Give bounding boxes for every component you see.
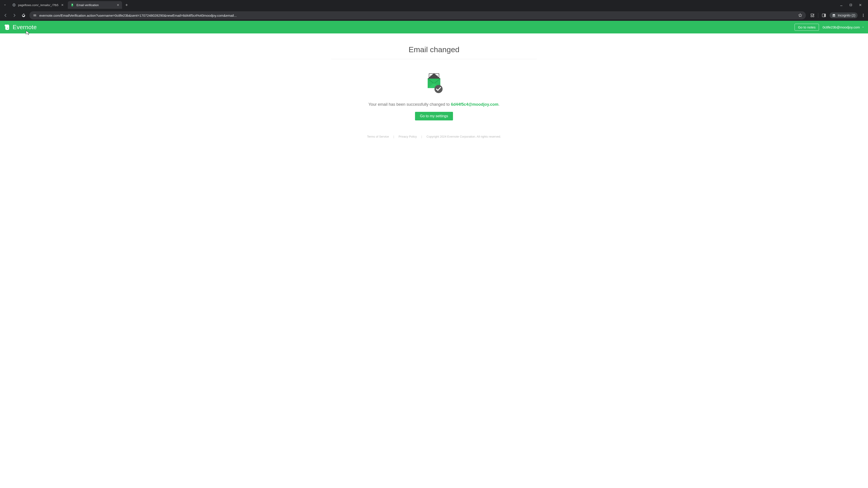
svg-rect-4 (824, 14, 826, 17)
reload-icon (21, 13, 26, 18)
chrome-menu-button[interactable] (861, 13, 866, 18)
extensions-button[interactable] (810, 13, 815, 18)
site-settings-icon[interactable] (33, 13, 37, 18)
incognito-indicator[interactable]: Incognito (2) (830, 12, 858, 18)
privacy-policy-link[interactable]: Privacy Policy (399, 135, 417, 138)
chevron-down-icon (3, 3, 6, 6)
side-panel-icon (822, 13, 826, 18)
tab-title: Email verification (76, 3, 114, 7)
elephant-icon (4, 24, 10, 31)
maximize-button[interactable] (848, 3, 853, 7)
side-panel-button[interactable] (822, 13, 827, 18)
page-body: Email changed Your email has (0, 33, 868, 488)
evernote-header: Evernote Go to notes 0c8fe23b@moodjoy.co… (0, 21, 868, 33)
account-email: 0c8fe23b@moodjoy.com (823, 25, 860, 29)
browser-chrome: pageflows.com/_/emails/_/7fb5 Email veri… (0, 0, 868, 21)
globe-icon (12, 3, 16, 7)
chevron-down-icon (862, 26, 864, 29)
window-controls (839, 3, 866, 7)
maximize-icon (849, 3, 852, 6)
browser-toolbar: evernote.com/EmailVerification.action?us… (0, 10, 868, 21)
kebab-icon (861, 13, 865, 18)
page-title: Email changed (331, 40, 537, 59)
email-checked-icon (423, 70, 445, 95)
tab-search-dropdown[interactable] (2, 2, 8, 8)
brand-name: Evernote (13, 24, 37, 31)
bookmark-button[interactable] (798, 13, 803, 18)
message-suffix: . (498, 102, 500, 107)
success-message: Your email has been successfully changed… (331, 102, 537, 107)
puzzle-icon (810, 13, 815, 18)
new-email: 6d44f5c4@moodjoy.com (451, 102, 498, 107)
divider: | (393, 135, 394, 138)
evernote-logo[interactable]: Evernote (4, 24, 37, 31)
minimize-icon (840, 3, 843, 6)
arrow-left-icon (3, 13, 8, 18)
reload-button[interactable] (20, 12, 27, 19)
browser-tab-inactive[interactable]: pageflows.com/_/emails/_/7fb5 (9, 1, 66, 9)
plus-icon (125, 3, 128, 6)
go-to-my-settings-button[interactable]: Go to my settings (415, 112, 453, 121)
url-text: evernote.com/EmailVerification.action?us… (39, 13, 796, 18)
address-bar[interactable]: evernote.com/EmailVerification.action?us… (29, 11, 806, 20)
svg-point-9 (863, 16, 864, 17)
incognito-icon (832, 13, 836, 18)
tab-title: pageflows.com/_/emails/_/7fb5 (18, 3, 58, 7)
terms-of-service-link[interactable]: Terms of Service (367, 135, 389, 138)
forward-button[interactable] (11, 12, 18, 19)
divider: | (421, 135, 422, 138)
close-icon[interactable] (116, 3, 120, 7)
svg-point-6 (834, 16, 835, 17)
account-menu[interactable]: 0c8fe23b@moodjoy.com (823, 25, 864, 29)
illustration (331, 59, 537, 102)
close-icon[interactable] (61, 3, 64, 7)
copyright-text: Copyright 2024 Evernote Corporation. All… (427, 135, 501, 138)
new-tab-button[interactable] (123, 2, 130, 8)
svg-point-2 (35, 16, 36, 17)
message-prefix: Your email has been successfully changed… (368, 102, 451, 107)
arrow-right-icon (12, 13, 17, 18)
back-button[interactable] (2, 12, 8, 19)
minimize-button[interactable] (839, 3, 844, 7)
svg-rect-1 (850, 4, 852, 6)
svg-point-7 (863, 14, 864, 14)
footer: Terms of Service | Privacy Policy | Copy… (331, 132, 537, 147)
toolbar-right: Incognito (2) (809, 12, 866, 18)
star-icon (798, 13, 802, 18)
svg-point-8 (863, 15, 864, 16)
go-to-notes-button[interactable]: Go to notes (795, 24, 819, 31)
svg-point-5 (833, 16, 834, 17)
browser-tab-active[interactable]: Email verification (68, 1, 122, 9)
content-card: Email changed Your email has (331, 40, 537, 129)
tab-strip: pageflows.com/_/emails/_/7fb5 Email veri… (0, 0, 868, 10)
evernote-favicon-icon (70, 3, 74, 7)
incognito-label: Incognito (2) (838, 13, 855, 17)
close-icon (859, 3, 862, 6)
close-window-button[interactable] (858, 3, 863, 7)
